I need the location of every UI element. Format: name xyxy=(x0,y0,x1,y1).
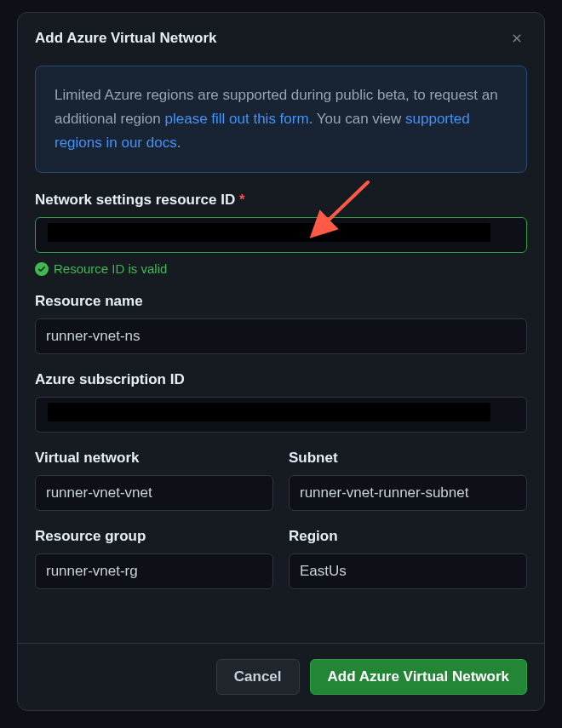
resource-name-input[interactable] xyxy=(35,318,527,354)
region-label: Region xyxy=(289,528,527,545)
redacted-value xyxy=(48,403,490,421)
resource-id-label: Network settings resource ID * xyxy=(35,192,527,209)
field-subnet: Subnet xyxy=(289,450,527,511)
submit-button[interactable]: Add Azure Virtual Network xyxy=(310,659,527,695)
check-circle-icon xyxy=(35,262,49,276)
virtual-network-input[interactable] xyxy=(35,475,273,511)
region-input[interactable] xyxy=(289,553,527,589)
subscription-id-input[interactable] xyxy=(35,397,527,433)
banner-link-form[interactable]: please fill out this form xyxy=(164,111,308,127)
required-asterisk: * xyxy=(239,192,245,208)
cancel-button[interactable]: Cancel xyxy=(216,659,300,695)
banner-text-3: . xyxy=(177,135,181,151)
field-subscription-id: Azure subscription ID xyxy=(35,371,527,433)
close-icon xyxy=(510,32,524,45)
row-rg-region: Resource group Region xyxy=(35,528,527,606)
validation-message: Resource ID is valid xyxy=(35,261,527,276)
resource-id-input[interactable] xyxy=(35,217,527,253)
resource-name-label: Resource name xyxy=(35,293,527,310)
field-resource-id: Network settings resource ID * Resource … xyxy=(35,192,527,276)
validation-text: Resource ID is valid xyxy=(54,261,167,276)
add-azure-vnet-modal: Add Azure Virtual Network Limited Azure … xyxy=(17,12,545,711)
field-resource-name: Resource name xyxy=(35,293,527,354)
subnet-input[interactable] xyxy=(289,475,527,511)
modal-footer: Cancel Add Azure Virtual Network xyxy=(18,643,544,710)
resource-id-label-text: Network settings resource ID xyxy=(35,192,239,208)
info-banner: Limited Azure regions are supported duri… xyxy=(35,66,527,173)
subscription-id-label: Azure subscription ID xyxy=(35,371,527,388)
modal-title: Add Azure Virtual Network xyxy=(35,30,216,47)
close-button[interactable] xyxy=(507,28,527,49)
row-vnet-subnet: Virtual network Subnet xyxy=(35,450,527,528)
resource-group-label: Resource group xyxy=(35,528,273,545)
modal-body: Limited Azure regions are supported duri… xyxy=(18,60,544,643)
resource-group-input[interactable] xyxy=(35,553,273,589)
virtual-network-label: Virtual network xyxy=(35,450,273,467)
field-virtual-network: Virtual network xyxy=(35,450,273,511)
redacted-value xyxy=(48,223,490,242)
field-resource-group: Resource group xyxy=(35,528,273,589)
subnet-label: Subnet xyxy=(289,450,527,467)
field-region: Region xyxy=(289,528,527,589)
banner-text-2: . You can view xyxy=(309,111,405,127)
modal-header: Add Azure Virtual Network xyxy=(18,13,544,60)
